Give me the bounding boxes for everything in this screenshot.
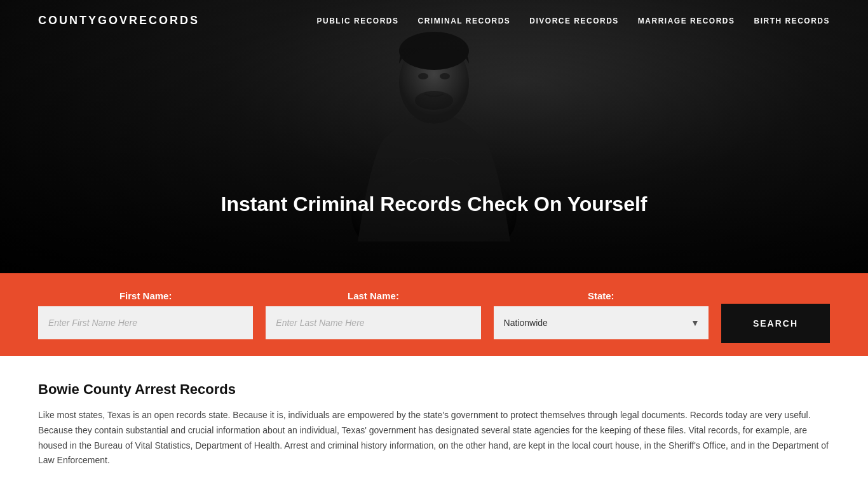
nav-item-birth-records[interactable]: BIRTH RECORDS xyxy=(754,17,830,25)
nav-item-criminal-records[interactable]: CRIMINAL RECORDS xyxy=(418,17,511,25)
first-name-field: First Name: xyxy=(38,290,253,339)
first-name-input[interactable] xyxy=(38,306,253,339)
nav-item-public-records[interactable]: PUBLIC RECORDS xyxy=(317,17,399,25)
logo[interactable]: COUNTYGOVRECORDS xyxy=(38,14,200,27)
header: COUNTYGOVRECORDS PUBLIC RECORDS CRIMINAL… xyxy=(0,0,868,41)
content-title: Bowie County Arrest Records xyxy=(38,381,830,398)
last-name-label: Last Name: xyxy=(266,290,480,301)
state-field: State: Nationwide Alabama Alaska Arizona… xyxy=(494,290,709,339)
state-select[interactable]: Nationwide Alabama Alaska Arizona Arkans… xyxy=(494,306,709,339)
search-bar: First Name: Last Name: State: Nationwide… xyxy=(0,273,868,356)
content-body: Like most states, Texas is an open recor… xyxy=(38,408,830,468)
state-select-wrapper: Nationwide Alabama Alaska Arizona Arkans… xyxy=(494,306,709,339)
nav-item-divorce-records[interactable]: DIVORCE RECORDS xyxy=(529,17,619,25)
search-button[interactable]: SEARCH xyxy=(721,304,830,343)
first-name-label: First Name: xyxy=(38,290,253,301)
last-name-field: Last Name: xyxy=(266,290,480,339)
nav: PUBLIC RECORDS CRIMINAL RECORDS DIVORCE … xyxy=(317,17,831,25)
hero-title: Instant Criminal Records Check On Yourse… xyxy=(221,193,648,216)
state-label: State: xyxy=(494,290,709,301)
last-name-input[interactable] xyxy=(266,306,480,339)
content-section: Bowie County Arrest Records Like most st… xyxy=(0,356,868,488)
nav-item-marriage-records[interactable]: MARRIAGE RECORDS xyxy=(638,17,735,25)
